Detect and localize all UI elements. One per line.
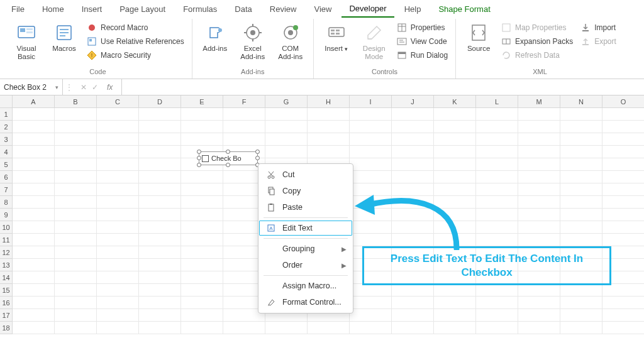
cell[interactable] bbox=[560, 234, 602, 246]
cell[interactable] bbox=[518, 297, 560, 309]
cell[interactable] bbox=[560, 133, 602, 146]
row-header[interactable]: 4 bbox=[0, 146, 13, 158]
column-header[interactable]: E bbox=[181, 95, 223, 108]
cell[interactable] bbox=[13, 146, 55, 158]
fx-label[interactable]: fx bbox=[103, 83, 116, 92]
cell[interactable] bbox=[181, 246, 223, 259]
cell[interactable] bbox=[265, 121, 308, 133]
cell[interactable] bbox=[518, 158, 560, 171]
cell[interactable] bbox=[55, 108, 97, 121]
cell[interactable] bbox=[55, 234, 97, 246]
cell[interactable] bbox=[476, 297, 518, 309]
resize-handle[interactable] bbox=[226, 163, 230, 167]
cell[interactable] bbox=[350, 121, 392, 133]
tab-view[interactable]: View bbox=[306, 1, 339, 17]
row-header[interactable]: 11 bbox=[0, 234, 13, 246]
cell[interactable] bbox=[181, 284, 223, 297]
cell[interactable] bbox=[434, 309, 476, 322]
cell[interactable] bbox=[392, 146, 434, 158]
cell[interactable] bbox=[518, 209, 560, 221]
cell[interactable] bbox=[434, 221, 476, 234]
cell[interactable] bbox=[13, 259, 55, 271]
cell[interactable] bbox=[602, 284, 644, 297]
cell[interactable] bbox=[97, 297, 139, 309]
cell[interactable] bbox=[392, 309, 434, 322]
cell[interactable] bbox=[392, 209, 434, 221]
cell[interactable] bbox=[223, 322, 265, 334]
cell[interactable] bbox=[392, 121, 434, 133]
select-all-corner[interactable] bbox=[0, 95, 13, 108]
cell[interactable] bbox=[518, 309, 560, 322]
cell[interactable] bbox=[560, 322, 602, 334]
cell[interactable] bbox=[602, 221, 644, 234]
cell[interactable] bbox=[97, 234, 139, 246]
cell[interactable] bbox=[308, 108, 350, 121]
cell[interactable] bbox=[602, 121, 644, 133]
insert-control-button[interactable]: Insert ▾ bbox=[319, 20, 354, 55]
cell[interactable] bbox=[139, 146, 181, 158]
cell[interactable] bbox=[13, 133, 55, 146]
tab-insert[interactable]: Insert bbox=[74, 1, 110, 17]
cell[interactable] bbox=[181, 259, 223, 271]
addins-button[interactable]: Add-ins bbox=[197, 20, 233, 55]
cell[interactable] bbox=[97, 158, 139, 171]
column-header[interactable]: D bbox=[139, 95, 181, 108]
cell[interactable] bbox=[181, 209, 223, 221]
cell[interactable] bbox=[434, 322, 476, 334]
row-header[interactable]: 9 bbox=[0, 209, 13, 221]
cell[interactable] bbox=[476, 284, 518, 297]
cell[interactable] bbox=[518, 183, 560, 196]
cell[interactable] bbox=[97, 284, 139, 297]
cell[interactable] bbox=[97, 196, 139, 209]
cell[interactable] bbox=[350, 171, 392, 183]
menu-order[interactable]: Order ▶ bbox=[258, 257, 353, 273]
cell[interactable] bbox=[560, 183, 602, 196]
menu-edit-text[interactable]: A Edit Text bbox=[258, 220, 353, 236]
cell[interactable] bbox=[350, 234, 392, 246]
cell[interactable] bbox=[139, 108, 181, 121]
cell[interactable] bbox=[602, 209, 644, 221]
run-dialog-button[interactable]: Run Dialog bbox=[394, 49, 450, 62]
cell[interactable] bbox=[602, 158, 644, 171]
cell[interactable] bbox=[476, 221, 518, 234]
column-header[interactable]: K bbox=[434, 95, 476, 108]
cell[interactable] bbox=[392, 183, 434, 196]
cell[interactable] bbox=[139, 246, 181, 259]
cell[interactable] bbox=[13, 271, 55, 284]
cell[interactable] bbox=[265, 322, 308, 334]
cell[interactable] bbox=[139, 284, 181, 297]
cell[interactable] bbox=[181, 322, 223, 334]
cell[interactable] bbox=[13, 158, 55, 171]
cell[interactable] bbox=[223, 121, 265, 133]
cell[interactable] bbox=[13, 284, 55, 297]
cell[interactable] bbox=[392, 234, 434, 246]
column-header[interactable]: A bbox=[13, 95, 55, 108]
cell[interactable] bbox=[518, 171, 560, 183]
cell[interactable] bbox=[55, 158, 97, 171]
cell[interactable] bbox=[181, 309, 223, 322]
cell[interactable] bbox=[518, 108, 560, 121]
cell[interactable] bbox=[434, 297, 476, 309]
column-header[interactable]: G bbox=[265, 95, 308, 108]
column-header[interactable]: C bbox=[97, 95, 139, 108]
cell[interactable] bbox=[139, 196, 181, 209]
cell[interactable] bbox=[602, 297, 644, 309]
macros-button[interactable]: Macros bbox=[47, 20, 82, 55]
cell[interactable] bbox=[518, 196, 560, 209]
cell[interactable] bbox=[97, 221, 139, 234]
cell[interactable] bbox=[560, 284, 602, 297]
tab-shape-format[interactable]: Shape Format bbox=[431, 1, 497, 17]
cell[interactable] bbox=[602, 196, 644, 209]
tab-file[interactable]: File bbox=[4, 1, 32, 17]
xml-import-button[interactable]: Import bbox=[578, 21, 619, 34]
cell[interactable] bbox=[13, 221, 55, 234]
cell[interactable] bbox=[476, 322, 518, 334]
cell[interactable] bbox=[350, 209, 392, 221]
cell[interactable] bbox=[476, 108, 518, 121]
cell[interactable] bbox=[476, 209, 518, 221]
cell[interactable] bbox=[265, 108, 308, 121]
resize-handle[interactable] bbox=[255, 156, 260, 160]
column-header[interactable]: H bbox=[308, 95, 350, 108]
cell[interactable] bbox=[434, 209, 476, 221]
cell[interactable] bbox=[97, 209, 139, 221]
